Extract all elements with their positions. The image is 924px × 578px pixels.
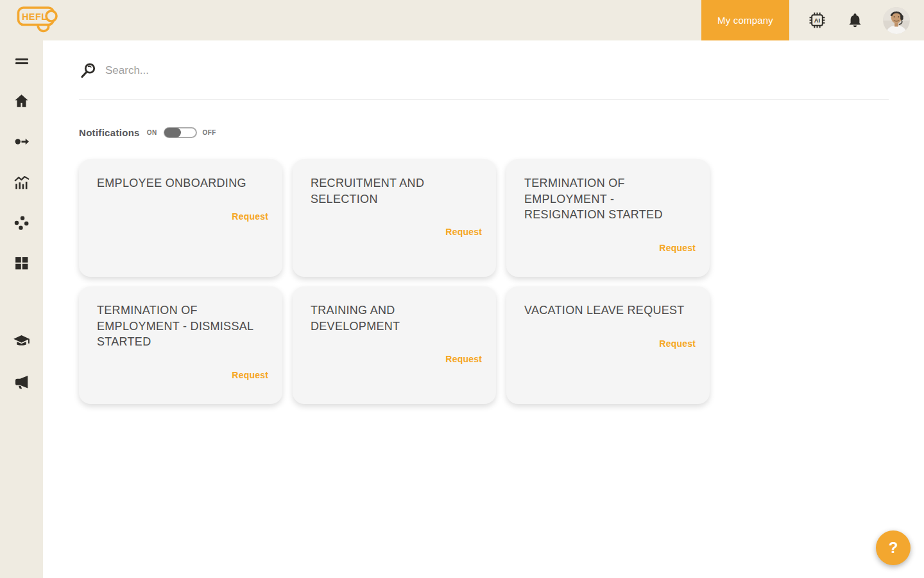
process-card-title: VACATION LEAVE REQUEST bbox=[524, 302, 696, 319]
sidebar-item-reports[interactable] bbox=[0, 162, 43, 202]
announcements-megaphone-icon bbox=[13, 374, 30, 390]
apps-grid-icon bbox=[13, 255, 30, 271]
training-cap-icon bbox=[13, 333, 30, 350]
request-link[interactable]: Request bbox=[659, 338, 696, 349]
process-card[interactable]: RECRUITMENT AND SELECTION Request bbox=[293, 159, 496, 277]
topbar: HEFL My company AI bbox=[0, 0, 924, 40]
search-divider bbox=[79, 100, 889, 100]
start-process-icon bbox=[13, 134, 30, 150]
sidebar bbox=[0, 40, 43, 578]
process-card[interactable]: TRAINING AND DEVELOPMENT Request bbox=[293, 286, 496, 404]
process-card[interactable]: VACATION LEAVE REQUEST Request bbox=[506, 286, 710, 404]
ai-chip-icon: AI bbox=[809, 12, 826, 29]
notifications-bell-icon bbox=[847, 12, 863, 28]
sidebar-item-processes[interactable] bbox=[0, 202, 43, 243]
process-card-title: EMPLOYEE ONBOARDING bbox=[97, 175, 268, 191]
process-card[interactable]: EMPLOYEE ONBOARDING Request bbox=[79, 159, 282, 277]
process-card-title: RECRUITMENT AND SELECTION bbox=[311, 175, 482, 207]
process-card-title: TERMINATION OF EMPLOYMENT - RESIGNATION … bbox=[524, 175, 696, 223]
request-link[interactable]: Request bbox=[445, 354, 482, 364]
toggle-knob bbox=[164, 128, 181, 137]
process-card[interactable]: TERMINATION OF EMPLOYMENT - DISMISSAL ST… bbox=[79, 286, 282, 404]
notifications-toggle[interactable] bbox=[164, 127, 197, 138]
notifications-label: Notifications bbox=[79, 127, 140, 138]
sidebar-menu-toggle[interactable] bbox=[0, 40, 43, 81]
user-avatar[interactable] bbox=[883, 7, 910, 34]
request-link[interactable]: Request bbox=[445, 227, 482, 237]
menu-icon bbox=[14, 53, 30, 69]
search-icon bbox=[79, 62, 97, 80]
help-button[interactable]: ? bbox=[876, 530, 911, 565]
sidebar-item-start-process[interactable] bbox=[0, 121, 43, 162]
main-content: Notifications ON OFF EMPLOYEE ONBOARDING… bbox=[43, 40, 924, 578]
toggle-on-label: ON bbox=[147, 129, 157, 136]
request-link[interactable]: Request bbox=[659, 243, 696, 253]
process-card-grid: EMPLOYEE ONBOARDING Request RECRUITMENT … bbox=[79, 159, 721, 404]
reports-icon bbox=[13, 174, 30, 191]
request-link[interactable]: Request bbox=[232, 370, 268, 380]
process-card-title: TERMINATION OF EMPLOYMENT - DISMISSAL ST… bbox=[97, 302, 268, 350]
toggle-off-label: OFF bbox=[203, 129, 216, 136]
svg-text:HEFL: HEFL bbox=[22, 11, 47, 21]
ai-assistant-button[interactable]: AI bbox=[809, 12, 826, 29]
search-input[interactable] bbox=[105, 64, 889, 77]
sidebar-item-apps[interactable] bbox=[0, 243, 43, 283]
notifications-button[interactable] bbox=[846, 12, 864, 29]
process-card[interactable]: TERMINATION OF EMPLOYMENT - RESIGNATION … bbox=[506, 159, 710, 277]
process-dots-icon bbox=[13, 215, 30, 231]
process-card-title: TRAINING AND DEVELOPMENT bbox=[311, 302, 482, 334]
svg-text:AI: AI bbox=[814, 17, 820, 24]
sidebar-item-home[interactable] bbox=[0, 81, 43, 121]
sidebar-item-training[interactable] bbox=[0, 321, 43, 362]
sidebar-item-announcements[interactable] bbox=[0, 362, 43, 402]
home-icon bbox=[13, 93, 30, 109]
notifications-toggle-row: Notifications ON OFF bbox=[79, 127, 889, 138]
topbar-actions: My company AI bbox=[701, 0, 924, 40]
heflo-logo[interactable]: HEFL bbox=[17, 5, 63, 36]
request-link[interactable]: Request bbox=[232, 211, 268, 222]
search-bar bbox=[79, 58, 889, 83]
my-company-button[interactable]: My company bbox=[701, 0, 789, 40]
